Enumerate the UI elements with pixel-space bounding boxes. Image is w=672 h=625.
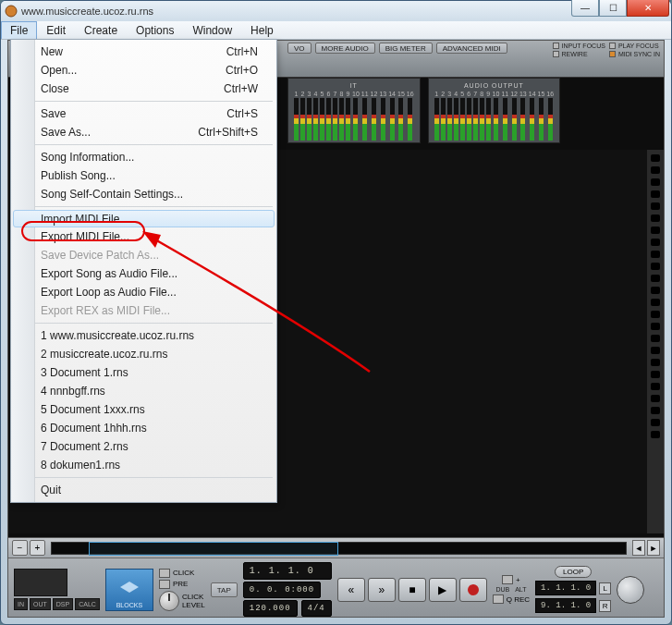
- meter-channel: 6: [467, 91, 471, 141]
- toolbar-advanced-midi[interactable]: ADVANCED MIDI: [436, 43, 507, 54]
- label-rewire: REWIRE: [562, 51, 588, 57]
- meters: IT 12345678910111213141516 AUDIO OUTPUT …: [287, 78, 662, 143]
- toolbar-vo[interactable]: VO: [287, 43, 312, 54]
- meter-channel-number: 10: [352, 91, 360, 97]
- click-toggle[interactable]: [159, 569, 170, 578]
- menu-item-6-document-1hhh-rns[interactable]: 6 Document 1hhh.rns: [13, 419, 275, 437]
- menu-item-3-document-1-rns[interactable]: 3 Document 1.rns: [13, 363, 275, 382]
- meter-channel: 4: [454, 91, 458, 141]
- menu-item-save-device-patch-as: Save Device Patch As...: [13, 246, 275, 264]
- meter-channel-number: 14: [529, 91, 536, 97]
- svg-point-0: [6, 6, 17, 17]
- menu-item-label: Publish Song...: [41, 169, 116, 182]
- loop-end-display[interactable]: 9. 1. 1. 0: [535, 598, 596, 613]
- menu-item-close[interactable]: CloseCtrl+W: [13, 80, 275, 98]
- menu-item-import-midi-file[interactable]: Import MIDI File...: [13, 210, 275, 227]
- loop-region[interactable]: [89, 542, 338, 556]
- position-display[interactable]: 1. 1. 1. 0: [243, 562, 332, 580]
- menu-help[interactable]: Help: [241, 21, 283, 39]
- film-hole: [651, 227, 660, 234]
- maximize-button[interactable]: ☐: [599, 0, 627, 17]
- menu-item-new[interactable]: NewCtrl+N: [13, 43, 275, 61]
- menu-item-open[interactable]: Open...Ctrl+O: [13, 61, 275, 80]
- close-button[interactable]: ✕: [627, 0, 669, 17]
- loop-start-display[interactable]: 1. 1. 1. 0: [535, 581, 596, 595]
- click-level-knob[interactable]: [159, 591, 179, 611]
- menu-item-7-document-2-rns[interactable]: 7 Document 2.rns: [13, 437, 275, 456]
- meter-bar: [294, 98, 299, 141]
- menu-item-label: Song Information...: [41, 151, 134, 164]
- menu-file[interactable]: File: [1, 21, 37, 39]
- menu-item-save-as[interactable]: Save As...Ctrl+Shift+S: [13, 123, 275, 141]
- film-hole: [651, 154, 660, 162]
- menu-edit[interactable]: Edit: [37, 21, 75, 39]
- meter-bar: [398, 98, 403, 141]
- rewind-button[interactable]: «: [337, 578, 365, 602]
- record-button[interactable]: [459, 578, 487, 602]
- meter-group-input: IT 12345678910111213141516: [287, 78, 421, 143]
- menu-item-1-www-musiccreate-ucoz-ru-rns[interactable]: 1 www.musiccreate.ucoz.ru.rns: [13, 326, 275, 345]
- menu-item-song-information[interactable]: Song Information...: [13, 148, 275, 166]
- menu-item-export-loop-as-audio-file[interactable]: Export Loop as Audio File...: [13, 283, 275, 301]
- menu-item-song-self-contain-settings[interactable]: Song Self-Contain Settings...: [13, 185, 275, 203]
- transport: − + ◄ ► IN OUT DSP CALC: [8, 537, 664, 617]
- meter-channel-number: 12: [371, 91, 378, 97]
- meter-channel-number: 3: [308, 91, 312, 97]
- menu-item-8-dokumen1-rns[interactable]: 8 dokumen1.rns: [13, 456, 275, 474]
- timeline-prev-button[interactable]: ◄: [632, 540, 645, 556]
- menu-item-5-document-1xxx-rns[interactable]: 5 Document 1xxx.rns: [13, 400, 275, 419]
- zoom-in-button[interactable]: +: [30, 540, 45, 556]
- menu-item-export-song-as-audio-file[interactable]: Export Song as Audio File...: [13, 264, 275, 283]
- qrec-toggle[interactable]: [493, 594, 504, 604]
- menu-item-label: Open...: [41, 64, 77, 77]
- tempo-display[interactable]: 120.000: [243, 600, 298, 617]
- meter-bar: [307, 98, 312, 141]
- loop-left-button[interactable]: L: [599, 582, 611, 594]
- meter-channel-number: 4: [314, 91, 318, 97]
- stop-button[interactable]: ■: [398, 578, 426, 602]
- toolbar-more-audio[interactable]: MORE AUDIO: [315, 43, 375, 54]
- meter-channel: 14: [388, 91, 396, 141]
- loop-button[interactable]: LOOP: [555, 566, 592, 578]
- menu-create[interactable]: Create: [75, 21, 127, 39]
- meter-channel: 3: [447, 91, 452, 141]
- alt-label: ALT: [515, 586, 526, 593]
- meter-channel-number: 10: [493, 91, 500, 97]
- menubar: File Edit Create Options Window Help: [1, 21, 671, 40]
- play-button[interactable]: ▶: [429, 578, 457, 602]
- menu-item-label: Song Self-Contain Settings...: [41, 188, 183, 201]
- forward-button[interactable]: »: [368, 578, 396, 602]
- menu-item-publish-song[interactable]: Publish Song...: [13, 166, 275, 185]
- menu-options[interactable]: Options: [127, 21, 183, 39]
- meter-channel-number: 9: [347, 91, 350, 97]
- menu-item-quit[interactable]: Quit: [13, 481, 275, 499]
- titlebar: www.musiccreate.ucoz.ru.rns — ☐ ✕: [1, 1, 671, 21]
- meter-bar: [372, 98, 376, 141]
- meter-channel: 13: [519, 91, 527, 141]
- menu-item-save[interactable]: SaveCtrl+S: [13, 104, 275, 123]
- toolbar-big-meter[interactable]: BIG METER: [379, 43, 433, 54]
- zoom-out-button[interactable]: −: [12, 540, 28, 556]
- loop-right-button[interactable]: R: [599, 600, 611, 612]
- menu-item-2-musiccreate-ucoz-ru-rns[interactable]: 2 musiccreate.ucoz.ru.rns: [13, 345, 275, 363]
- jog-wheel[interactable]: [617, 576, 644, 604]
- menu-item-export-midi-file[interactable]: Export MIDI File...: [13, 227, 275, 246]
- pre-toggle[interactable]: [159, 580, 170, 589]
- signature-display[interactable]: 4/4: [301, 600, 332, 617]
- film-hole: [651, 431, 660, 438]
- time-display[interactable]: 0. 0. 0:000: [243, 582, 321, 598]
- minimize-button[interactable]: —: [571, 0, 599, 17]
- film-hole: [651, 323, 660, 330]
- menu-item-4-nnnbgff-rns[interactable]: 4 nnnbgff.rns: [13, 382, 275, 400]
- film-hole: [651, 359, 660, 366]
- tap-button[interactable]: TAP: [211, 582, 238, 597]
- timeline-next-button[interactable]: ►: [647, 540, 660, 556]
- meter-bar: [326, 98, 331, 141]
- meter-channel: 9: [486, 91, 491, 141]
- blocks-button[interactable]: BLOCKS: [105, 569, 153, 611]
- menu-item-shortcut: Ctrl+Shift+S: [198, 126, 258, 139]
- menu-window[interactable]: Window: [183, 21, 241, 39]
- timeline-track[interactable]: [51, 542, 627, 555]
- plus-toggle[interactable]: [502, 575, 513, 584]
- menu-item-label: 6 Document 1hhh.rns: [41, 422, 147, 435]
